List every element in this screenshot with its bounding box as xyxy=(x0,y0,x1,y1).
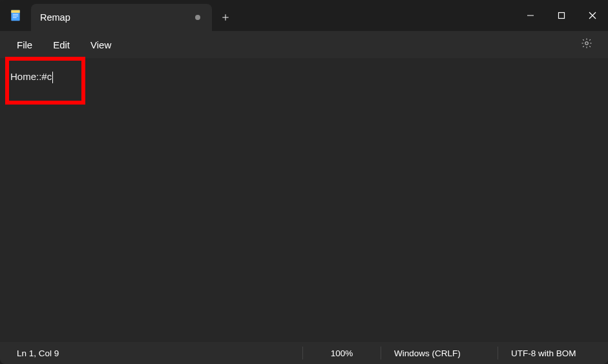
tab-remap[interactable]: Remap xyxy=(31,4,212,31)
maximize-icon xyxy=(558,12,565,19)
unsaved-indicator-icon xyxy=(195,15,200,20)
plus-icon xyxy=(221,13,230,22)
menubar: File Edit View xyxy=(0,31,608,58)
titlebar: Remap xyxy=(0,0,608,31)
notepad-icon xyxy=(0,0,31,31)
minimize-icon xyxy=(527,12,534,19)
minimize-button[interactable] xyxy=(515,0,546,31)
statusbar: Ln 1, Col 9 100% Windows (CRLF) UTF-8 wi… xyxy=(0,342,608,364)
status-encoding[interactable]: UTF-8 with BOM xyxy=(498,349,608,358)
editor-content: Home::#c xyxy=(10,71,53,83)
status-cursor-position[interactable]: Ln 1, Col 9 xyxy=(0,349,302,358)
svg-rect-1 xyxy=(11,10,19,13)
text-caret xyxy=(52,72,53,83)
titlebar-drag-area[interactable] xyxy=(239,0,515,31)
menu-file[interactable]: File xyxy=(6,35,43,54)
tab-title: Remap xyxy=(40,12,70,23)
window-controls xyxy=(515,0,608,31)
svg-rect-8 xyxy=(559,13,565,19)
close-button[interactable] xyxy=(577,0,608,31)
settings-button[interactable] xyxy=(572,34,602,56)
close-icon xyxy=(589,12,596,19)
text-editor[interactable]: Home::#c xyxy=(0,58,608,342)
new-tab-button[interactable] xyxy=(212,4,239,31)
gear-icon xyxy=(581,37,592,49)
status-line-ending[interactable]: Windows (CRLF) xyxy=(381,349,498,358)
menu-edit[interactable]: Edit xyxy=(43,35,80,54)
maximize-button[interactable] xyxy=(546,0,577,31)
status-zoom[interactable]: 100% xyxy=(303,349,381,358)
svg-point-11 xyxy=(585,42,589,45)
app-window: Remap File Edit View Home::#c xyxy=(0,0,608,364)
menu-view[interactable]: View xyxy=(80,35,121,54)
